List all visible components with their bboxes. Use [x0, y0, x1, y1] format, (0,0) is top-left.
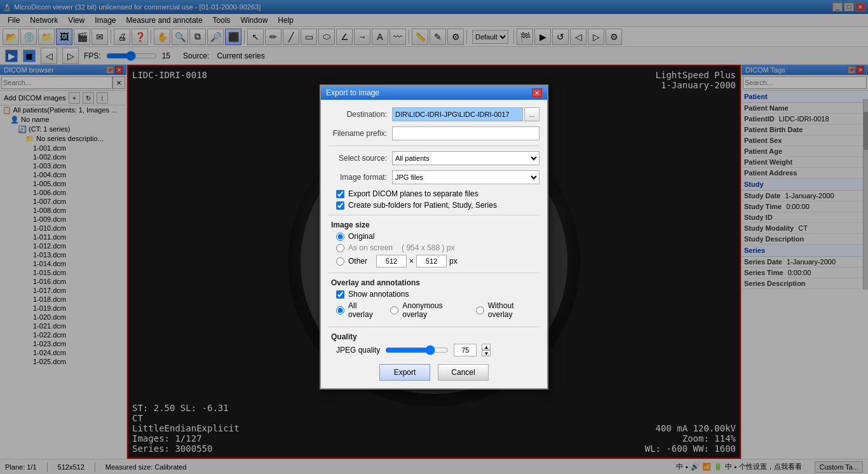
filename-prefix-label: Filename prefix:	[329, 129, 392, 138]
select-source-label: Select source:	[329, 154, 392, 163]
filename-prefix-row: Filename prefix:	[329, 126, 539, 140]
radio-anon-overlay-input[interactable]	[390, 306, 398, 315]
show-annotations-row: Show annotations	[329, 290, 539, 299]
height-input[interactable]	[416, 255, 447, 267]
radio-original[interactable]	[336, 233, 344, 241]
image-format-dropdown[interactable]: JPG files PNG files BMP files	[392, 170, 539, 184]
filename-prefix-control	[392, 126, 539, 140]
radio-original-row: Original	[336, 232, 539, 241]
as-on-screen-dims: ( 954 x 588 ) px	[402, 243, 454, 252]
quality-row: JPEG quality ▲ ▼	[329, 344, 539, 356]
quality-slider[interactable]	[385, 345, 449, 355]
create-subfolders-label: Create sub-folders for Patient, Study, S…	[348, 201, 497, 210]
export-dialog: Export to image ✕ Destination: ... Filen…	[320, 85, 548, 389]
dialog-body: Destination: ... Filename prefix: Select…	[321, 100, 547, 388]
divider4	[329, 327, 539, 327]
radio-anon-overlay: Anonymous overlay	[390, 301, 468, 319]
browse-button[interactable]: ...	[524, 107, 539, 121]
radio-no-overlay-label: Without overlay	[488, 301, 539, 319]
radio-as-on-screen-label: As on screen	[348, 243, 393, 252]
export-planes-label: Export DICOM planes to separate files	[348, 189, 478, 198]
select-source-control: All patients Current patient Current stu…	[392, 151, 539, 165]
radio-other[interactable]	[336, 257, 344, 266]
radio-all-overlay-input[interactable]	[336, 306, 344, 315]
radio-other-row: Other × px	[336, 255, 539, 267]
image-size-radio-group: Original As on screen ( 954 x 588 ) px O…	[329, 232, 539, 267]
radio-other-label: Other	[348, 257, 367, 266]
show-annotations-label: Show annotations	[348, 290, 409, 299]
radio-all-overlay-label: All overlay	[348, 301, 383, 319]
export-planes-row: Export DICOM planes to separate files	[329, 189, 539, 198]
export-planes-checkbox[interactable]	[336, 190, 344, 198]
px-label: px	[449, 257, 458, 266]
create-subfolders-checkbox[interactable]	[336, 201, 344, 210]
radio-as-on-screen[interactable]	[336, 244, 344, 252]
quality-down-button[interactable]: ▼	[482, 350, 491, 356]
destination-label: Destination:	[329, 110, 392, 119]
select-source-row: Select source: All patients Current pati…	[329, 151, 539, 165]
radio-original-label: Original	[348, 232, 374, 241]
filename-prefix-input[interactable]	[392, 126, 539, 140]
width-input[interactable]	[376, 255, 407, 267]
quality-section-label: Quality	[329, 332, 539, 341]
cancel-button[interactable]: Cancel	[438, 364, 489, 381]
size-x-label: ×	[409, 257, 414, 266]
destination-row: Destination: ...	[329, 107, 539, 121]
radio-anon-overlay-label: Anonymous overlay	[402, 301, 468, 319]
radio-as-on-screen-row: As on screen ( 954 x 588 ) px	[336, 243, 539, 252]
jpeg-quality-label: JPEG quality	[336, 346, 380, 355]
destination-input[interactable]	[392, 107, 523, 121]
divider3	[329, 273, 539, 273]
radio-no-overlay-input[interactable]	[476, 306, 484, 315]
radio-no-overlay: Without overlay	[476, 301, 539, 319]
modal-overlay: Export to image ✕ Destination: ... Filen…	[0, 0, 868, 474]
dialog-title: Export to image	[326, 88, 379, 97]
overlay-label: Overlay and annotations	[329, 278, 539, 287]
show-annotations-checkbox[interactable]	[336, 290, 344, 299]
quality-value-input[interactable]	[454, 344, 477, 356]
divider1	[329, 146, 539, 146]
dialog-footer: Export Cancel	[329, 364, 539, 381]
export-button[interactable]: Export	[379, 364, 430, 381]
divider2	[329, 215, 539, 215]
dialog-title-bar: Export to image ✕	[321, 86, 547, 100]
image-format-row: Image format: JPG files PNG files BMP fi…	[329, 170, 539, 184]
create-subfolders-row: Create sub-folders for Patient, Study, S…	[329, 201, 539, 210]
image-size-label: Image size	[329, 220, 539, 229]
quality-up-button[interactable]: ▲	[482, 344, 491, 350]
image-format-control: JPG files PNG files BMP files	[392, 170, 539, 184]
select-source-dropdown[interactable]: All patients Current patient Current stu…	[392, 151, 539, 165]
quality-spinner: ▲ ▼	[482, 344, 491, 356]
dialog-close-button[interactable]: ✕	[532, 88, 542, 97]
overlay-radio-group: All overlay Anonymous overlay Without ov…	[329, 301, 539, 322]
radio-all-overlay: All overlay	[336, 301, 383, 319]
image-format-label: Image format:	[329, 173, 392, 182]
destination-control: ...	[392, 107, 539, 121]
size-inputs: × px	[376, 255, 458, 267]
